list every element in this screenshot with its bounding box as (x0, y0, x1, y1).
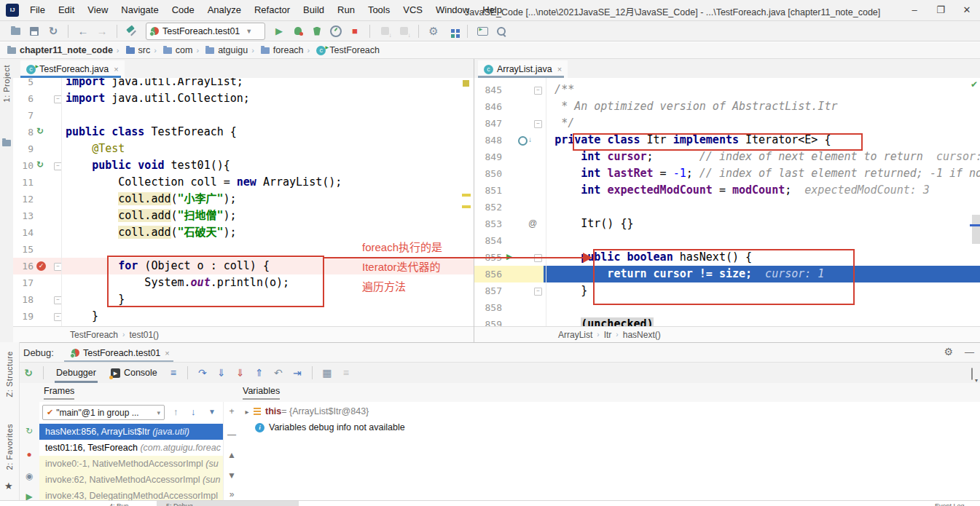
more-icon[interactable]: » (226, 489, 238, 499)
open-icon[interactable] (7, 23, 23, 39)
variables-header[interactable]: Variables (243, 386, 280, 396)
editor-breadcrumb-item[interactable]: test01() (129, 330, 159, 340)
scroll-down-icon[interactable]: ▼ (226, 470, 238, 481)
line-number[interactable]: 12 (13, 191, 34, 207)
code-line-19[interactable]: 19− } (13, 308, 474, 325)
attach2-icon[interactable] (396, 23, 412, 39)
line-number[interactable]: 17 (13, 274, 34, 291)
menu-item-tools[interactable]: Tools (361, 0, 396, 20)
editor-breadcrumb-item[interactable]: hasNext() (623, 330, 661, 340)
editor-breadcrumb-item[interactable]: Itr (604, 330, 612, 340)
code-line-12[interactable]: 12 coll.add("小李广"); (13, 191, 474, 207)
frames-header[interactable]: Frames (44, 386, 74, 396)
line-number[interactable]: 858 (474, 299, 502, 316)
code-line-13[interactable]: 13 coll.add("扫地僧"); (13, 207, 474, 224)
close-tab-icon[interactable]: × (114, 65, 118, 74)
menu-item-view[interactable]: View (81, 0, 114, 20)
breadcrumb-item-atguigu[interactable]: atguigu› (205, 45, 258, 55)
line-number[interactable]: 859 (474, 316, 502, 327)
rerun-icon[interactable]: ↻ (22, 424, 36, 438)
code-line-850[interactable]: 850 int lastRet = -1; // index of last e… (474, 165, 980, 182)
project-tool-button[interactable]: 1: Project (2, 65, 11, 102)
mute-breakpoints-icon[interactable]: ≡ (337, 365, 355, 381)
attach1-icon[interactable] (377, 23, 393, 39)
wrench-icon[interactable]: ⚙ (426, 23, 442, 39)
scrollbar-thumb[interactable] (972, 215, 980, 244)
status-item[interactable]: 5: Debug (166, 502, 193, 506)
save-icon[interactable] (26, 23, 42, 39)
implements-icon[interactable] (518, 136, 528, 146)
line-number[interactable]: 851 (474, 182, 502, 199)
code-line-849[interactable]: 849 int cursor; // index of next element… (474, 149, 980, 165)
code-line-7[interactable]: 7 (13, 107, 474, 124)
hide-icon[interactable]: — (226, 430, 238, 440)
menu-item-edit[interactable]: Edit (52, 0, 81, 20)
minimize-button[interactable]: – (901, 0, 928, 20)
favorites-tool-button[interactable]: 2: Favorites (5, 424, 14, 470)
frame-row-1[interactable]: test01:16, TestForeach (com.atguigu.fore… (39, 440, 223, 456)
code-line-847[interactable]: 847− */ (474, 115, 980, 132)
stop-icon[interactable]: ■ (347, 23, 363, 39)
show-execution-point-icon[interactable]: ◉ (22, 469, 36, 483)
frame-row-2[interactable]: invoke0:-1, NativeMethodAccessorImpl (su (39, 456, 223, 472)
run-method-icon[interactable]: ↻ (36, 126, 44, 136)
line-number[interactable]: 8 (13, 124, 34, 141)
run-to-cursor-icon[interactable]: ⇥ (289, 365, 306, 381)
line-number[interactable]: 848 (474, 132, 502, 149)
code-line-853[interactable]: 853@ Itr() {} (474, 216, 980, 232)
run-configuration-select[interactable]: TestForeach.test01 ▼ (146, 23, 265, 40)
line-number[interactable]: 9 (13, 141, 34, 157)
frame-row-4[interactable]: invoke:43, DelegatingMethodAccessorImpl (39, 488, 223, 501)
line-number[interactable]: 10 (13, 157, 34, 174)
menu-item-analyze[interactable]: Analyze (201, 0, 248, 20)
status-item[interactable]: Event Log (935, 502, 965, 506)
code-line-10[interactable]: 10↻− public void test01(){ (13, 157, 474, 174)
rerun-icon[interactable]: ↻ (20, 365, 37, 381)
coverage-icon[interactable] (309, 23, 325, 39)
code-line-854[interactable]: 854 (474, 232, 980, 249)
breadcrumb-item-src[interactable]: src› (126, 45, 160, 55)
favorites-star-icon[interactable]: ★ (4, 481, 13, 491)
code-line-845[interactable]: 845− /** (474, 82, 980, 98)
menu-item-vcs[interactable]: VCS (396, 0, 429, 20)
code-line-11[interactable]: 11 Collection coll = new ArrayList(); (13, 174, 474, 191)
run-icon[interactable]: ▶ (271, 23, 287, 39)
breadcrumb-item-foreach[interactable]: foreach› (261, 45, 313, 55)
view-breakpoints-icon[interactable]: ▦ (318, 365, 336, 381)
code-line-9[interactable]: 9 @Test (13, 141, 474, 157)
filter-funnel-icon[interactable]: ▼ (208, 408, 216, 416)
drop-frame-icon[interactable]: ↶ (270, 365, 287, 381)
menu-item-file[interactable]: File (23, 0, 52, 20)
expand-chevron-icon[interactable]: ▸ (242, 408, 252, 416)
menu-item-refactor[interactable]: Refactor (248, 0, 297, 20)
line-number[interactable]: 852 (474, 199, 502, 216)
thread-selector[interactable]: ✔ "main"@1 in group ... ▾ (42, 405, 165, 420)
frame-down-icon[interactable]: ↓ (191, 406, 196, 417)
sync-icon[interactable]: ↻ (45, 23, 61, 39)
code-line-5[interactable]: 5import java.util.ArrayList; (13, 78, 474, 90)
restore-layout-icon[interactable] (971, 368, 973, 379)
breadcrumb-item-TestForeach[interactable]: cTestForeach (316, 45, 380, 55)
line-number[interactable]: 18 (13, 291, 34, 308)
line-number[interactable]: 853 (474, 216, 502, 232)
code-line-851[interactable]: 851 int expectedModCount = modCount; exp… (474, 182, 980, 199)
breakpoint-icon[interactable]: ✓ (36, 261, 46, 271)
stripe-mark[interactable] (462, 194, 471, 197)
search-icon[interactable] (493, 23, 509, 39)
maximize-button[interactable]: ❐ (928, 0, 954, 20)
code-line-846[interactable]: 846 * An optimized version of AbstractLi… (474, 98, 980, 115)
menu-item-code[interactable]: Code (165, 0, 201, 20)
breadcrumb-item-chapter11_note_code[interactable]: chapter11_note_code› (7, 45, 123, 55)
hide-panel-icon[interactable]: — (965, 347, 974, 357)
line-number[interactable]: 850 (474, 165, 502, 182)
line-number[interactable]: 856 (474, 266, 502, 282)
line-number[interactable]: 15 (13, 241, 34, 258)
tab-debugger[interactable]: Debugger (49, 363, 103, 383)
hammer-icon[interactable] (124, 23, 140, 39)
step-into-icon[interactable]: ⇓ (213, 365, 230, 381)
line-number[interactable]: 11 (13, 174, 34, 191)
line-number[interactable]: 849 (474, 149, 502, 165)
runwin-icon[interactable] (474, 23, 490, 39)
line-number[interactable]: 857 (474, 282, 502, 299)
editor-breadcrumb-item[interactable]: TestForeach (70, 330, 118, 340)
